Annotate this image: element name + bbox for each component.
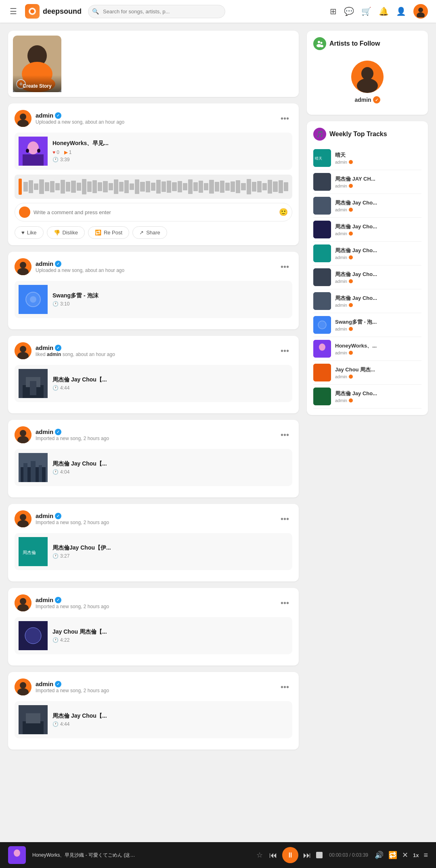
track-info: 周杰倫 Jay Cho... admin	[335, 271, 421, 284]
close-button[interactable]: ✕	[402, 851, 408, 860]
song-item[interactable]: 周杰倫 Jay Chou【... 🕐4:04	[15, 449, 292, 486]
post-menu-button[interactable]: •••	[277, 345, 292, 357]
story-create-label[interactable]: Create Story	[13, 75, 61, 92]
artist-name: admin	[354, 97, 371, 103]
post-menu-button[interactable]: •••	[277, 597, 292, 609]
track-item[interactable]: 晴天 晴天 admin	[313, 146, 421, 170]
search-bar: 🔍	[88, 5, 225, 18]
like-button[interactable]: ♥ Like	[15, 226, 44, 239]
svg-rect-29	[30, 381, 36, 395]
track-artist: admin	[335, 160, 421, 164]
song-item[interactable]: 周杰倫 Jay Chou【... 🕐4:44	[15, 365, 292, 402]
post-avatar[interactable]	[15, 594, 31, 611]
svg-rect-35	[23, 463, 27, 482]
emoji-button[interactable]: 🙂	[279, 208, 288, 217]
track-artist: admin	[335, 183, 421, 188]
track-title: 周杰倫 Jay Cho...	[335, 271, 421, 278]
post-avatar[interactable]	[15, 510, 31, 527]
post-menu-button[interactable]: •••	[277, 513, 292, 525]
track-title: 周杰倫 Jay Cho...	[335, 247, 421, 254]
song-title: Swang多雷 - 泡沫	[52, 292, 288, 299]
post-user-info: admin ✓ Uploaded a new song, about an ho…	[36, 112, 273, 125]
post-subtitle: Uploaded a new song, about an hour ago	[36, 119, 273, 125]
waveform[interactable]	[15, 175, 292, 199]
song-item[interactable]: Swang多雷 - 泡沫 🕐3:10	[15, 281, 292, 318]
cart-icon[interactable]: 🛒	[361, 6, 371, 16]
song-info: HoneyWorks、早见... ♥ 0 ▶ 1 🕐3:39	[52, 140, 288, 162]
story-avatar[interactable]: + Create Story	[13, 36, 61, 92]
repeat-button[interactable]: 🔁	[388, 851, 397, 860]
post-avatar[interactable]	[15, 110, 31, 127]
track-item[interactable]: Swang多雷 - 泡... admin	[313, 313, 421, 337]
queue-button[interactable]: ≡	[423, 851, 428, 860]
svg-rect-63	[313, 173, 331, 191]
post-menu-button[interactable]: •••	[277, 429, 292, 441]
grid-icon[interactable]: ⊞	[330, 6, 337, 16]
track-item[interactable]: Jay Chou 周杰... admin	[313, 361, 421, 385]
post-menu-button[interactable]: •••	[277, 112, 292, 125]
artist-avatar[interactable]	[351, 61, 384, 93]
track-item[interactable]: 周杰倫 Jay Cho... admin	[313, 289, 421, 313]
star-button[interactable]: ☆	[256, 851, 263, 860]
chat-icon[interactable]: 💬	[344, 6, 354, 16]
post-username: admin ✓	[36, 260, 273, 267]
header: ☰ deepsound 🔍 ⊞ 💬 🛒 🔔 👤	[0, 0, 436, 23]
post-user-info: admin ✓ liked admin song, about an hour …	[36, 344, 273, 357]
add-user-icon[interactable]: 👤	[396, 6, 406, 16]
play-pause-button[interactable]: ⏸	[282, 847, 298, 863]
song-duration: 🕐3:10	[52, 301, 288, 307]
song-item[interactable]: HoneyWorks、早见... ♥ 0 ▶ 1 🕐3:39	[15, 133, 292, 170]
track-info: 周杰倫 Jay Cho... admin	[335, 247, 421, 260]
track-item[interactable]: 周杰倫 Jay Cho... admin	[313, 218, 421, 242]
track-item[interactable]: 周杰倫 Jay Cho... admin	[313, 194, 421, 218]
svg-rect-64	[313, 197, 331, 215]
song-thumbnail: 周杰倫	[19, 537, 48, 566]
hamburger-button[interactable]: ☰	[8, 5, 19, 18]
track-info: 周杰倫 Jay Cho... admin	[335, 390, 421, 403]
repost-label: Re Post	[104, 230, 122, 236]
track-artist: admin	[335, 255, 421, 260]
svg-point-24	[20, 346, 26, 352]
speed-button[interactable]: 1x	[413, 852, 419, 858]
song-duration: 🕐4:04	[52, 469, 288, 475]
stop-button[interactable]	[316, 852, 323, 858]
comment-input[interactable]	[34, 209, 276, 215]
track-artist: admin	[335, 398, 421, 403]
song-thumbnail	[19, 453, 48, 482]
post-avatar[interactable]	[15, 342, 31, 359]
track-title: 周杰倫 Jay Cho...	[335, 199, 421, 206]
track-item[interactable]: 周杰倫 Jay Cho... admin	[313, 242, 421, 265]
logo: deepsound	[25, 4, 82, 19]
dislike-button[interactable]: 👎 Dislike	[47, 226, 85, 239]
song-info: 周杰倫Jay Chou【伊... 🕐3:27	[52, 544, 288, 559]
track-title: 周杰倫 JAY CH...	[335, 175, 421, 183]
repost-button[interactable]: 🔁 Re Post	[88, 226, 129, 239]
song-item[interactable]: 周杰倫 周杰倫Jay Chou【伊... 🕐3:27	[15, 533, 292, 570]
track-item[interactable]: 周杰倫 Jay Cho... admin	[313, 265, 421, 289]
repost-icon: 🔁	[95, 230, 101, 236]
music-icon: 🎵	[313, 128, 326, 141]
search-input[interactable]	[88, 5, 225, 18]
post-menu-button[interactable]: •••	[277, 261, 292, 273]
share-button[interactable]: ↗ Share	[132, 226, 167, 239]
bell-icon[interactable]: 🔔	[379, 6, 389, 16]
post-username: admin ✓	[36, 112, 273, 119]
song-item[interactable]: Jay Chou 周杰倫【... 🕐4:22	[15, 617, 292, 654]
track-item[interactable]: HoneyWorks、... admin	[313, 337, 421, 361]
post-avatar[interactable]	[15, 426, 31, 443]
artist-card: admin ✓	[313, 56, 421, 108]
logo-icon	[25, 4, 40, 19]
svg-text:晴天: 晴天	[315, 156, 322, 160]
svg-point-57	[320, 45, 323, 47]
track-item[interactable]: 周杰倫 Jay Cho... admin	[313, 385, 421, 409]
track-item[interactable]: 周杰倫 JAY CH... admin	[313, 170, 421, 194]
prev-button[interactable]: ⏮	[269, 851, 277, 860]
next-button[interactable]: ⏭	[303, 851, 311, 860]
post-avatar[interactable]	[15, 258, 31, 275]
song-item[interactable]: 周杰倫 Jay Chou【... 🕐4:44	[15, 701, 292, 738]
user-avatar[interactable]	[413, 4, 428, 19]
volume-button[interactable]: 🔊	[375, 851, 384, 860]
svg-point-16	[37, 149, 40, 153]
post-menu-button[interactable]: •••	[277, 681, 292, 693]
post-avatar[interactable]	[15, 678, 31, 695]
